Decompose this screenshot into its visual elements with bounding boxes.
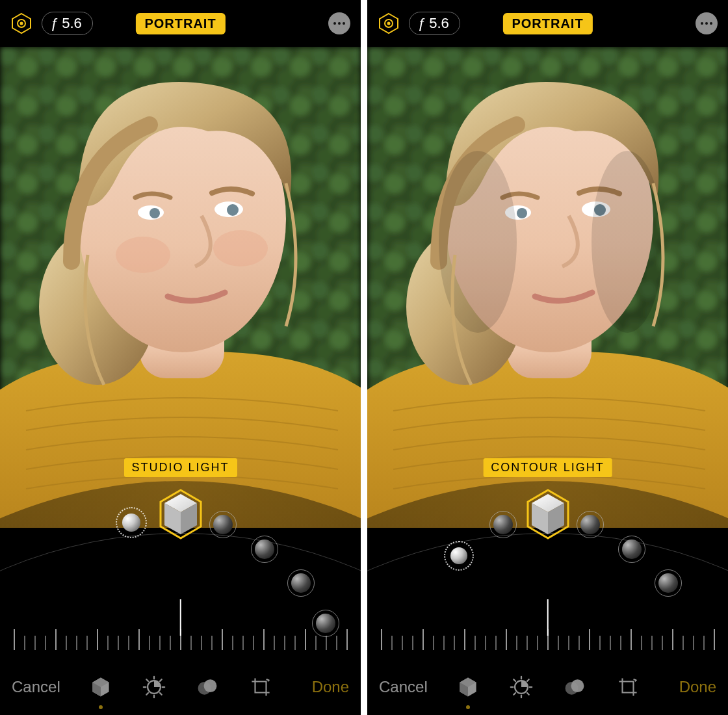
ruler-tick <box>294 636 296 650</box>
lighting-option-selected[interactable] <box>158 489 203 540</box>
ruler-tick <box>222 629 223 650</box>
ruler-tick <box>66 636 67 650</box>
ruler-tick <box>55 629 57 650</box>
ruler-tick <box>326 636 327 650</box>
aperture-value: 5.6 <box>429 15 449 32</box>
aperture-button[interactable]: ƒ 5.6 <box>409 12 460 35</box>
ruler-tick <box>682 636 684 650</box>
ruler-tick <box>107 636 109 650</box>
intensity-pointer <box>547 599 549 636</box>
camera-mode-badge: PORTRAIT <box>502 13 592 34</box>
svg-point-17 <box>213 230 268 266</box>
lighting-picker[interactable] <box>0 474 361 618</box>
ruler-tick <box>485 636 486 650</box>
ruler-tick <box>284 636 285 650</box>
ruler-tick <box>589 629 590 650</box>
svg-point-48 <box>439 151 517 333</box>
lighting-option-studio[interactable] <box>493 515 513 534</box>
svg-point-49 <box>592 151 663 333</box>
ruler-tick <box>526 636 528 650</box>
ruler-tick <box>138 629 140 650</box>
aperture-button[interactable]: ƒ 5.6 <box>42 12 93 35</box>
ruler-tick <box>315 636 317 650</box>
ruler-tick <box>422 629 424 650</box>
ruler-tick <box>253 636 254 650</box>
depth-control-icon[interactable] <box>378 12 400 34</box>
photo-editor-screen: ƒ 5.6 PORTRAIT <box>0 0 361 715</box>
ruler-tick <box>97 629 98 650</box>
ruler-tick <box>433 636 434 650</box>
ruler-tick <box>443 636 445 650</box>
top-toolbar: ƒ 5.6 PORTRAIT <box>367 0 728 47</box>
ruler-tick <box>34 636 36 650</box>
ruler-tick <box>201 636 202 650</box>
ruler-tick <box>630 629 632 650</box>
intensity-slider[interactable] <box>367 618 728 650</box>
ruler-tick <box>381 629 382 650</box>
photo-preview[interactable]: STUDIO LIGHT <box>0 47 361 528</box>
more-options-button[interactable] <box>328 12 350 34</box>
ruler-tick <box>170 636 171 650</box>
ruler-tick <box>610 636 611 650</box>
ruler-tick <box>599 636 601 650</box>
intensity-pointer <box>179 599 181 636</box>
lighting-option-selected[interactable] <box>525 489 571 540</box>
ruler-tick <box>464 629 465 650</box>
ruler-tick <box>118 636 119 650</box>
photo-preview[interactable]: CONTOUR LIGHT <box>367 47 728 528</box>
lighting-option-contour[interactable] <box>213 515 233 534</box>
lighting-picker[interactable] <box>367 474 728 618</box>
ruler-tick <box>274 636 275 650</box>
svg-point-15 <box>227 204 239 216</box>
aperture-f-label: ƒ <box>417 15 425 32</box>
aperture-f-label: ƒ <box>50 15 58 32</box>
ruler-tick <box>703 636 705 650</box>
ruler-tick <box>242 636 244 650</box>
ruler-tick <box>651 636 653 650</box>
ruler-tick <box>76 636 77 650</box>
ruler-tick <box>506 629 507 650</box>
ruler-tick <box>474 636 476 650</box>
svg-point-39 <box>387 22 391 25</box>
svg-point-7 <box>20 22 23 25</box>
ruler-tick <box>263 629 265 650</box>
lighting-option-stage[interactable] <box>580 515 600 534</box>
photo-editor-screen: ƒ 5.6 PORTRAIT <box>367 0 728 715</box>
ruler-tick <box>149 636 150 650</box>
ruler-tick <box>305 629 306 650</box>
lighting-option-high-key-mono[interactable] <box>658 573 678 593</box>
camera-mode-badge: PORTRAIT <box>135 13 225 34</box>
lighting-option-natural[interactable] <box>122 514 140 532</box>
lighting-option-natural[interactable] <box>450 547 467 564</box>
ruler-tick <box>454 636 455 650</box>
ruler-tick <box>128 636 129 650</box>
ruler-tick <box>86 636 88 650</box>
lighting-option-stage-mono[interactable] <box>291 573 311 593</box>
ruler-tick <box>24 636 25 650</box>
svg-point-16 <box>116 237 170 273</box>
ruler-tick <box>211 636 213 650</box>
ruler-tick <box>14 629 15 650</box>
ruler-tick <box>693 636 694 650</box>
ruler-tick <box>346 629 348 650</box>
ruler-tick <box>662 636 663 650</box>
intensity-slider[interactable] <box>0 618 361 650</box>
ruler-tick <box>578 636 580 650</box>
ruler-tick <box>620 636 621 650</box>
lighting-option-stage-mono[interactable] <box>622 540 642 559</box>
ruler-tick <box>495 636 497 650</box>
lighting-option-stage[interactable] <box>255 540 274 559</box>
top-toolbar: ƒ 5.6 PORTRAIT <box>0 0 361 47</box>
ruler-tick <box>537 636 538 650</box>
depth-control-icon[interactable] <box>10 12 32 34</box>
ruler-tick <box>714 629 715 650</box>
more-options-button[interactable] <box>696 12 718 34</box>
ruler-tick <box>641 636 642 650</box>
ruler-tick <box>232 636 233 650</box>
svg-point-13 <box>150 208 160 218</box>
ruler-tick <box>190 636 192 650</box>
svg-point-45 <box>517 208 527 218</box>
ruler-tick <box>558 636 559 650</box>
ruler-tick <box>672 629 673 650</box>
ruler-tick <box>336 636 337 650</box>
